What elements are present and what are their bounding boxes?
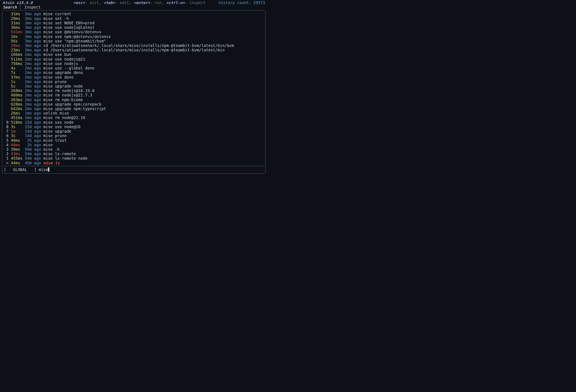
row-duration: 37ms bbox=[8, 75, 23, 79]
row-age: 3mo bbox=[23, 16, 32, 21]
row-ago-label: ago bbox=[32, 111, 41, 115]
row-index bbox=[4, 93, 8, 97]
history-row[interactable]: 10s 3moagomise use npm:@dotenvx/dotenvx bbox=[4, 34, 264, 39]
history-row[interactable]: 4s 2moagomise use --global deno bbox=[4, 66, 264, 70]
row-duration: 511ms bbox=[8, 57, 23, 61]
row-duration: 268ms bbox=[8, 88, 23, 93]
history-row[interactable]: 628ms 2moagomise upgrade npm:corepack bbox=[4, 102, 264, 107]
row-index: 1 bbox=[4, 156, 8, 161]
row-age: 1mo bbox=[23, 111, 32, 115]
history-row[interactable]: 440ms 1hagomise bbox=[4, 142, 264, 147]
history-row[interactable]: 37ms 2moagomise use deno bbox=[4, 75, 264, 79]
row-duration: 56s bbox=[8, 39, 23, 43]
tab-inspect[interactable]: Inspect bbox=[24, 5, 41, 9]
app-title: Atuin v18.4.0 bbox=[2, 0, 33, 5]
row-index bbox=[4, 88, 8, 93]
row-duration: 31ms bbox=[8, 12, 23, 16]
row-command: mise use node bbox=[41, 120, 74, 124]
row-duration: 5s bbox=[8, 84, 23, 88]
row-index bbox=[4, 34, 8, 39]
row-duration: 3s bbox=[8, 134, 23, 138]
history-row[interactable]: 9518ms 15dagomise use node bbox=[4, 120, 264, 124]
row-ago-label: ago bbox=[32, 70, 41, 75]
row-index bbox=[4, 43, 8, 48]
scope-label: GLOBAL bbox=[6, 167, 34, 172]
row-ago-label: ago bbox=[32, 93, 41, 97]
row-ago-label: ago bbox=[32, 97, 41, 102]
history-row[interactable]: 31ms 3moagomise set NODE_ENV=prod bbox=[4, 21, 264, 25]
history-row[interactable]: 756ms 2moagomise use nodejs bbox=[4, 61, 264, 66]
row-duration: 44ms bbox=[8, 161, 23, 165]
history-row[interactable]: 83s 15dagomise use node@16 bbox=[4, 124, 264, 129]
row-age: 2h bbox=[23, 138, 32, 142]
row-duration: 10s bbox=[8, 34, 23, 39]
row-ago-label: ago bbox=[32, 79, 41, 84]
row-ago-label: ago bbox=[32, 88, 41, 93]
history-row[interactable]: 243ms 54magomise ls-remote bbox=[4, 151, 264, 156]
history-row[interactable]: 5s 2moagomise upgrade node bbox=[4, 84, 264, 88]
row-ago-label: ago bbox=[32, 129, 41, 134]
history-row[interactable]: 1455ms 54magomise ls-remote node bbox=[4, 156, 264, 161]
row-command: mise use nodejs@latest bbox=[41, 25, 94, 30]
history-row[interactable]: 63s 14dagomise prune bbox=[4, 134, 264, 138]
row-index bbox=[4, 107, 8, 111]
row-index bbox=[4, 39, 8, 43]
history-row[interactable]: 642ms 2moagomise upgrade npm:typescript bbox=[4, 107, 264, 111]
history-row[interactable]: >44ms 45magomise ls bbox=[4, 161, 264, 165]
history-row[interactable]: 166ms 2moagomise use bun bbox=[4, 52, 264, 57]
row-command: mise rm node@22.10 bbox=[41, 115, 85, 120]
row-age: 2mo bbox=[23, 66, 32, 70]
row-command: mise rm nodejs@16.19.0 bbox=[41, 88, 94, 93]
row-age: 14d bbox=[23, 134, 32, 138]
history-row[interactable]: 540ms 2hagomise trust bbox=[4, 138, 264, 142]
row-duration: 628ms bbox=[8, 102, 23, 107]
row-index bbox=[4, 25, 8, 30]
history-row[interactable]: 71m 14dagomise upgrade bbox=[4, 129, 264, 134]
history-row[interactable]: 20ms 3moagocd /Users/atiwatseenark/.loca… bbox=[4, 43, 264, 48]
row-index bbox=[4, 70, 8, 75]
history-row[interactable]: 541ms 3moagomise use @dotenvx/dotenvx bbox=[4, 30, 264, 34]
row-ago-label: ago bbox=[32, 52, 41, 57]
row-index bbox=[4, 16, 8, 21]
history-row[interactable]: 31ms 3moagomise current bbox=[4, 12, 264, 16]
row-duration: 1m bbox=[8, 129, 23, 134]
search-query[interactable]: mise bbox=[39, 167, 48, 172]
history-row[interactable]: 26ms 1moagounlink mise bbox=[4, 111, 264, 115]
separator-line bbox=[4, 166, 264, 166]
history-row[interactable]: 56s 3moagomise use "npm:@teambit/bvm" bbox=[4, 39, 264, 43]
row-duration: 40ms bbox=[8, 142, 23, 147]
row-duration: 303ms bbox=[8, 97, 23, 102]
row-command: mise rm nodejs@21.7.3 bbox=[41, 93, 92, 97]
row-ago-label: ago bbox=[32, 48, 41, 52]
row-command: mise upgrade npm:corepack bbox=[41, 102, 101, 107]
row-index bbox=[4, 97, 8, 102]
row-ago-label: ago bbox=[32, 115, 41, 120]
row-duration: 39ms bbox=[8, 147, 23, 151]
history-row[interactable]: 511ms 2moagomise use nodejs@21 bbox=[4, 57, 264, 61]
row-command: mise upgrade node bbox=[41, 84, 83, 88]
history-row[interactable]: 400ms 2moagomise rm nodejs@21.7.3 bbox=[4, 93, 264, 97]
row-ago-label: ago bbox=[32, 156, 41, 161]
history-row[interactable]: 7s 2moagomise upgrade deno bbox=[4, 70, 264, 75]
row-age: 3mo bbox=[23, 25, 32, 30]
row-command: mise use bun bbox=[41, 52, 71, 57]
row-duration: 31ms bbox=[8, 21, 23, 25]
row-index bbox=[4, 30, 8, 34]
history-row[interactable]: 339ms 56magomise -h bbox=[4, 147, 264, 151]
history-row[interactable]: 268ms 2moagomise rm nodejs@16.19.0 bbox=[4, 88, 264, 93]
row-ago-label: ago bbox=[32, 16, 41, 21]
history-list[interactable]: 31ms 3moagomise current 29ms 3moagomise … bbox=[4, 12, 264, 165]
row-duration: 26ms bbox=[8, 111, 23, 115]
history-row[interactable]: 303ms 2moagomise rm npm:biome bbox=[4, 97, 264, 102]
history-row[interactable]: 36ms 3moagomise use nodejs@latest bbox=[4, 25, 264, 30]
history-row[interactable]: 1s 2moagomise prune bbox=[4, 79, 264, 84]
history-row[interactable]: 451ms 1moagomise rm node@22.10 bbox=[4, 115, 264, 120]
row-command: mise set NODE_ENV=prod bbox=[41, 21, 94, 25]
search-input-row[interactable]: [ GLOBAL ] mise bbox=[4, 167, 264, 172]
tab-search[interactable]: Search bbox=[3, 5, 19, 9]
row-age: 2mo bbox=[23, 70, 32, 75]
history-row[interactable]: 29ms 3moagomise set -h bbox=[4, 16, 264, 21]
row-age: 15d bbox=[23, 124, 32, 129]
row-index bbox=[4, 115, 8, 120]
history-row[interactable]: 23ms 3moagocd /Users/atiwatseenark/.loca… bbox=[4, 48, 264, 52]
